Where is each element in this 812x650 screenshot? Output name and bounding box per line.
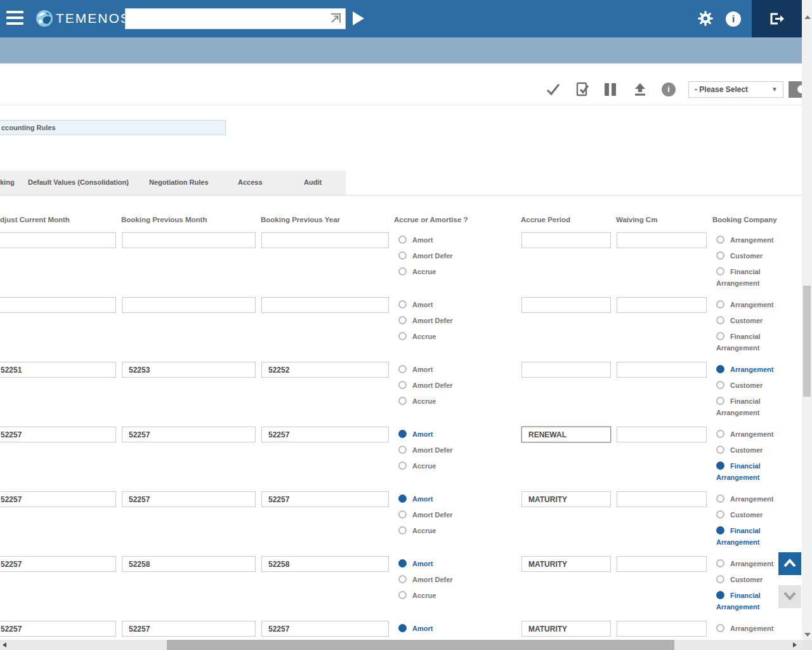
command-search-input[interactable] [125, 8, 346, 29]
scroll-down-button[interactable] [778, 585, 801, 608]
accrue-radio-option[interactable]: Amort [398, 558, 519, 569]
radio-button-icon[interactable] [716, 510, 724, 519]
radio-button-icon[interactable] [716, 526, 724, 534]
waiving-cm-input[interactable] [617, 621, 707, 637]
scrollbar-right-arrow[interactable] [793, 642, 797, 647]
booking-previous-year-input[interactable] [261, 556, 389, 572]
booking-previous-month-input[interactable] [122, 621, 256, 637]
accrue-radio-option[interactable]: Amort [398, 493, 519, 505]
radio-button-icon[interactable] [398, 461, 407, 470]
booking-previous-month-input[interactable] [122, 362, 256, 378]
run-button[interactable] [353, 11, 364, 25]
waiving-cm-input[interactable] [617, 297, 707, 313]
radio-button-icon[interactable] [398, 332, 407, 340]
tab-audit[interactable]: Audit [304, 178, 322, 186]
info-icon[interactable]: i [726, 11, 741, 27]
accrue-radio-option[interactable]: Amort [398, 299, 519, 310]
accrue-radio-option[interactable]: Accrue [398, 460, 519, 472]
vertical-scrollbar[interactable] [802, 0, 812, 650]
radio-button-icon[interactable] [716, 332, 724, 340]
accrue-period-input[interactable] [521, 297, 611, 313]
booking-previous-year-input[interactable] [261, 621, 389, 637]
adjust-current-month-input[interactable] [0, 491, 116, 507]
accrue-period-input[interactable] [521, 621, 611, 637]
company-radio-option[interactable]: Customer [716, 250, 782, 262]
radio-button-icon[interactable] [398, 510, 407, 519]
adjust-current-month-input[interactable] [0, 232, 116, 248]
accrue-radio-option[interactable]: Accrue [398, 331, 519, 342]
booking-previous-year-input[interactable] [261, 427, 389, 442]
company-radio-option[interactable]: Customer [716, 444, 782, 456]
accrue-radio-option[interactable]: Amort [398, 623, 519, 634]
accrue-radio-option[interactable]: Amort Defer [398, 315, 519, 326]
radio-button-icon[interactable] [716, 559, 724, 567]
sign-off-button[interactable] [752, 0, 802, 37]
radio-button-icon[interactable] [716, 251, 724, 260]
accrue-period-input[interactable] [521, 491, 611, 507]
company-radio-option[interactable]: Arrangement [716, 234, 782, 246]
adjust-current-month-input[interactable] [0, 362, 116, 378]
settings-gear-icon[interactable] [697, 10, 714, 27]
booking-previous-month-input[interactable] [122, 556, 256, 572]
command-go-icon[interactable] [329, 12, 342, 25]
booking-previous-year-input[interactable] [261, 491, 389, 507]
validate-document-icon[interactable] [575, 82, 590, 97]
company-radio-option[interactable]: Arrangement [716, 364, 782, 375]
scrollbar-left-arrow[interactable] [3, 642, 6, 647]
radio-button-icon[interactable] [716, 591, 724, 599]
booking-previous-year-input[interactable] [261, 232, 389, 248]
accrue-radio-option[interactable]: Amort Defer [398, 380, 519, 391]
action-select-dropdown[interactable]: - Please Select ▼ [688, 81, 783, 98]
waiving-cm-input[interactable] [617, 556, 707, 572]
radio-button-icon[interactable] [398, 267, 407, 275]
company-radio-option[interactable]: Arrangement [716, 558, 782, 569]
radio-button-icon[interactable] [398, 575, 407, 583]
accrue-radio-option[interactable]: Accrue [398, 266, 519, 277]
company-radio-option[interactable]: Financial Arrangement [716, 395, 782, 418]
tab-default-values[interactable]: Default Values (Consolidation) [28, 178, 129, 186]
company-radio-option[interactable]: Customer [716, 380, 782, 391]
radio-button-icon[interactable] [716, 300, 724, 308]
company-radio-option[interactable]: Financial Arrangement [716, 460, 782, 483]
adjust-current-month-input[interactable] [0, 621, 116, 637]
radio-button-icon[interactable] [716, 624, 724, 632]
accrue-period-input[interactable] [521, 427, 611, 442]
toolbar-info-icon[interactable]: i [662, 83, 676, 96]
radio-button-icon[interactable] [716, 461, 724, 470]
scroll-up-button[interactable] [778, 552, 801, 575]
company-radio-option[interactable]: Customer [716, 574, 782, 585]
accrue-radio-option[interactable]: Accrue [398, 590, 519, 601]
accrue-radio-option[interactable]: Amort Defer [398, 250, 519, 262]
radio-button-icon[interactable] [716, 397, 724, 405]
company-radio-option[interactable]: Arrangement [716, 428, 782, 440]
tab-booking[interactable]: king [0, 178, 15, 186]
radio-button-icon[interactable] [398, 430, 407, 438]
accrue-radio-option[interactable]: Accrue [398, 395, 519, 407]
radio-button-icon[interactable] [398, 316, 407, 324]
radio-button-icon[interactable] [398, 526, 407, 534]
company-radio-option[interactable]: Arrangement [716, 493, 782, 505]
company-radio-option[interactable]: Arrangement [716, 623, 782, 634]
hold-pause-icon[interactable] [603, 82, 619, 97]
waiving-cm-input[interactable] [617, 362, 707, 378]
waiving-cm-input[interactable] [617, 491, 707, 507]
waiving-cm-input[interactable] [617, 427, 707, 442]
radio-button-icon[interactable] [398, 494, 407, 503]
booking-previous-month-input[interactable] [122, 427, 256, 442]
radio-button-icon[interactable] [716, 381, 724, 389]
company-radio-option[interactable]: Customer [716, 315, 782, 326]
company-radio-option[interactable]: Financial Arrangement [716, 590, 782, 613]
booking-previous-year-input[interactable] [261, 297, 389, 313]
accrue-period-input[interactable] [521, 232, 611, 248]
radio-button-icon[interactable] [398, 446, 407, 454]
accrue-radio-option[interactable]: Amort Defer [398, 574, 519, 585]
radio-button-icon[interactable] [716, 365, 724, 373]
radio-button-icon[interactable] [716, 430, 724, 438]
commit-check-icon[interactable] [546, 82, 561, 97]
accrue-radio-option[interactable]: Amort [398, 364, 519, 375]
company-radio-option[interactable]: Arrangement [716, 299, 782, 310]
radio-button-icon[interactable] [398, 381, 407, 389]
accrue-period-input[interactable] [521, 556, 611, 572]
adjust-current-month-input[interactable] [0, 556, 116, 572]
radio-button-icon[interactable] [398, 235, 407, 244]
